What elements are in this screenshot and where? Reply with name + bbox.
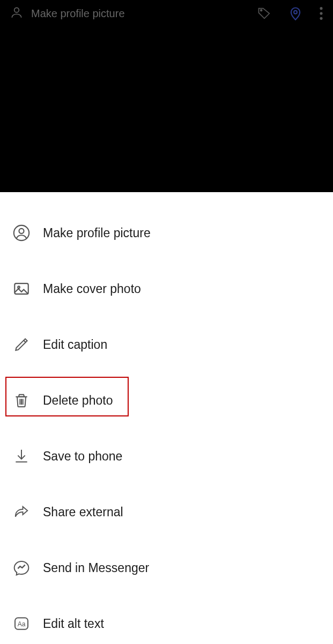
person-icon xyxy=(10,5,24,21)
menu-item-label: Send in Messenger xyxy=(43,561,149,575)
alt-text-icon: Aa xyxy=(12,614,31,633)
profile-picture-icon xyxy=(12,223,31,243)
menu-item-label: Share external xyxy=(43,505,123,519)
edit-alt-text-item[interactable]: Aa Edit alt text xyxy=(0,596,333,644)
send-in-messenger-item[interactable]: Send in Messenger xyxy=(0,540,333,596)
location-icon[interactable] xyxy=(288,6,303,21)
header-title: Make profile picture xyxy=(31,8,125,20)
photo-viewer-background: Make profile picture xyxy=(0,0,333,192)
svg-point-5 xyxy=(320,17,322,20)
menu-item-label: Delete photo xyxy=(43,393,113,408)
trash-icon xyxy=(12,391,31,410)
menu-item-label: Make profile picture xyxy=(43,226,151,240)
delete-photo-item[interactable]: Delete photo xyxy=(0,372,333,428)
share-icon xyxy=(12,502,31,522)
menu-item-label: Save to phone xyxy=(43,449,122,464)
top-bar: Make profile picture xyxy=(0,0,333,27)
make-profile-picture-button[interactable]: Make profile picture xyxy=(10,5,125,21)
svg-point-4 xyxy=(320,12,322,14)
options-sheet: Make profile picture Make cover photo Ed… xyxy=(0,192,333,644)
share-external-item[interactable]: Share external xyxy=(0,484,333,540)
svg-point-3 xyxy=(320,7,322,10)
more-options-icon[interactable] xyxy=(319,6,323,21)
pencil-icon xyxy=(12,335,31,354)
make-profile-picture-item[interactable]: Make profile picture xyxy=(0,205,333,261)
menu-item-label: Edit caption xyxy=(43,338,107,352)
svg-text:Aa: Aa xyxy=(18,620,26,628)
tag-icon[interactable] xyxy=(257,6,272,21)
menu-item-label: Edit alt text xyxy=(43,617,104,631)
svg-point-1 xyxy=(261,10,262,11)
messenger-icon xyxy=(12,558,31,577)
menu-item-label: Make cover photo xyxy=(43,282,141,296)
make-cover-photo-item[interactable]: Make cover photo xyxy=(0,261,333,317)
svg-point-7 xyxy=(19,229,24,233)
svg-point-0 xyxy=(14,8,19,12)
download-icon xyxy=(12,447,31,466)
cover-photo-icon xyxy=(12,279,31,298)
save-to-phone-item[interactable]: Save to phone xyxy=(0,428,333,484)
svg-point-9 xyxy=(18,286,20,288)
svg-point-2 xyxy=(294,11,297,14)
edit-caption-item[interactable]: Edit caption xyxy=(0,317,333,372)
